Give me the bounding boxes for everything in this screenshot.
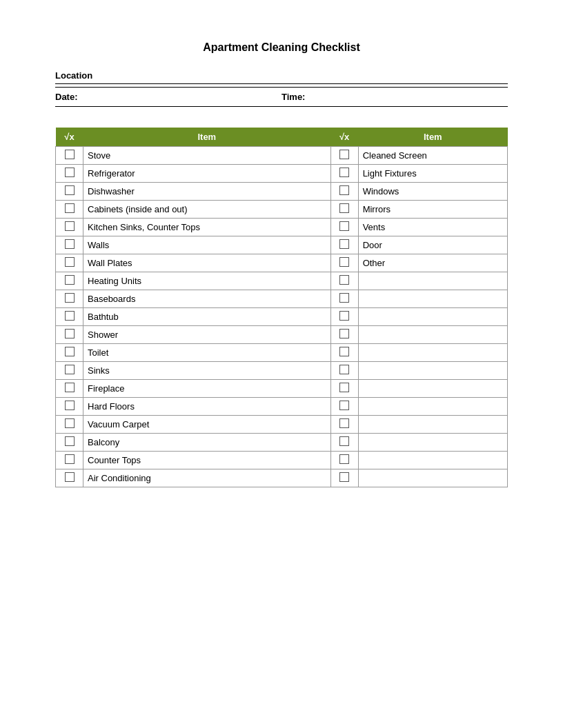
left-checkbox-cell[interactable]	[56, 380, 83, 398]
right-checkbox[interactable]	[339, 203, 349, 213]
right-checkbox-cell[interactable]	[330, 469, 358, 487]
left-checkbox[interactable]	[65, 436, 75, 446]
left-checkbox[interactable]	[65, 275, 75, 285]
right-checkbox[interactable]	[339, 168, 349, 177]
right-checkbox-cell[interactable]	[330, 434, 358, 452]
left-checkbox-cell[interactable]	[56, 362, 83, 380]
right-checkbox-cell[interactable]	[330, 416, 358, 434]
right-checkbox-cell[interactable]	[330, 344, 358, 362]
left-checkbox-cell[interactable]	[56, 452, 83, 469]
right-checkbox[interactable]	[339, 257, 349, 267]
right-checkbox-cell[interactable]	[330, 272, 358, 290]
table-row: Shower	[56, 326, 508, 344]
right-checkbox-cell[interactable]	[330, 236, 358, 254]
right-checkbox[interactable]	[339, 347, 349, 356]
left-checkbox[interactable]	[65, 293, 75, 303]
left-checkbox[interactable]	[65, 401, 75, 410]
left-checkbox-cell[interactable]	[56, 434, 83, 452]
right-checkbox[interactable]	[339, 293, 349, 303]
left-checkbox[interactable]	[65, 383, 75, 392]
right-checkbox[interactable]	[339, 365, 349, 374]
right-checkbox-cell[interactable]	[330, 183, 358, 201]
left-checkbox-cell[interactable]	[56, 308, 83, 326]
right-checkbox[interactable]	[339, 472, 349, 482]
col2-check-header: √x	[330, 128, 358, 147]
left-checkbox[interactable]	[65, 221, 75, 231]
left-checkbox[interactable]	[65, 239, 75, 249]
time-label: Time:	[282, 92, 305, 102]
right-checkbox-cell[interactable]	[330, 362, 358, 380]
left-checkbox-cell[interactable]	[56, 219, 83, 236]
left-checkbox[interactable]	[65, 203, 75, 213]
right-checkbox-cell[interactable]	[330, 452, 358, 469]
right-checkbox[interactable]	[339, 454, 349, 464]
right-checkbox[interactable]	[339, 401, 349, 410]
right-checkbox[interactable]	[339, 311, 349, 321]
left-item-cell: Wall Plates	[83, 254, 331, 272]
left-checkbox-cell[interactable]	[56, 326, 83, 344]
left-checkbox-cell[interactable]	[56, 201, 83, 219]
table-row: RefrigeratorLight Fixtures	[56, 165, 508, 183]
left-checkbox-cell[interactable]	[56, 272, 83, 290]
left-checkbox-cell[interactable]	[56, 147, 83, 165]
left-checkbox-cell[interactable]	[56, 236, 83, 254]
left-checkbox[interactable]	[65, 347, 75, 356]
left-checkbox-cell[interactable]	[56, 344, 83, 362]
right-checkbox[interactable]	[339, 275, 349, 285]
col1-check-header: √x	[56, 128, 83, 147]
left-item-cell: Counter Tops	[83, 452, 331, 469]
right-checkbox[interactable]	[339, 221, 349, 231]
right-checkbox-cell[interactable]	[330, 326, 358, 344]
table-row: Bathtub	[56, 308, 508, 326]
right-checkbox-cell[interactable]	[330, 380, 358, 398]
right-checkbox-cell[interactable]	[330, 398, 358, 416]
table-row: Counter Tops	[56, 452, 508, 469]
right-checkbox-cell[interactable]	[330, 165, 358, 183]
right-checkbox-cell[interactable]	[330, 254, 358, 272]
right-checkbox-cell[interactable]	[330, 290, 358, 308]
left-checkbox[interactable]	[65, 365, 75, 374]
table-row: Heating Units	[56, 272, 508, 290]
left-checkbox[interactable]	[65, 472, 75, 482]
table-row: Hard Floors	[56, 398, 508, 416]
right-item-cell: Vents	[358, 219, 507, 236]
left-checkbox-cell[interactable]	[56, 290, 83, 308]
left-checkbox[interactable]	[65, 311, 75, 321]
left-checkbox[interactable]	[65, 418, 75, 428]
left-item-cell: Walls	[83, 236, 331, 254]
left-checkbox-cell[interactable]	[56, 469, 83, 487]
left-item-cell: Shower	[83, 326, 331, 344]
left-checkbox-cell[interactable]	[56, 254, 83, 272]
right-item-cell	[358, 452, 507, 469]
left-item-cell: Hard Floors	[83, 398, 331, 416]
right-item-cell: Door	[358, 236, 507, 254]
left-checkbox[interactable]	[65, 150, 75, 159]
left-checkbox-cell[interactable]	[56, 416, 83, 434]
left-checkbox-cell[interactable]	[56, 398, 83, 416]
right-checkbox[interactable]	[339, 418, 349, 428]
right-item-cell	[358, 326, 507, 344]
right-checkbox-cell[interactable]	[330, 147, 358, 165]
sqrt-icon-right: √x	[339, 132, 349, 142]
left-checkbox-cell[interactable]	[56, 165, 83, 183]
right-checkbox-cell[interactable]	[330, 308, 358, 326]
left-checkbox[interactable]	[65, 168, 75, 177]
right-checkbox[interactable]	[339, 150, 349, 159]
left-checkbox[interactable]	[65, 454, 75, 464]
left-checkbox-cell[interactable]	[56, 183, 83, 201]
right-checkbox[interactable]	[339, 185, 349, 195]
table-row: Toilet	[56, 344, 508, 362]
right-checkbox[interactable]	[339, 383, 349, 392]
page-title: Apartment Cleaning Checklist	[55, 41, 508, 54]
right-checkbox-cell[interactable]	[330, 219, 358, 236]
left-checkbox[interactable]	[65, 185, 75, 195]
left-checkbox[interactable]	[65, 257, 75, 267]
left-checkbox[interactable]	[65, 329, 75, 338]
right-checkbox-cell[interactable]	[330, 201, 358, 219]
left-item-cell: Bathtub	[83, 308, 331, 326]
right-checkbox[interactable]	[339, 329, 349, 338]
right-checkbox[interactable]	[339, 239, 349, 249]
right-checkbox[interactable]	[339, 436, 349, 446]
left-item-cell: Sinks	[83, 362, 331, 380]
right-item-cell	[358, 290, 507, 308]
